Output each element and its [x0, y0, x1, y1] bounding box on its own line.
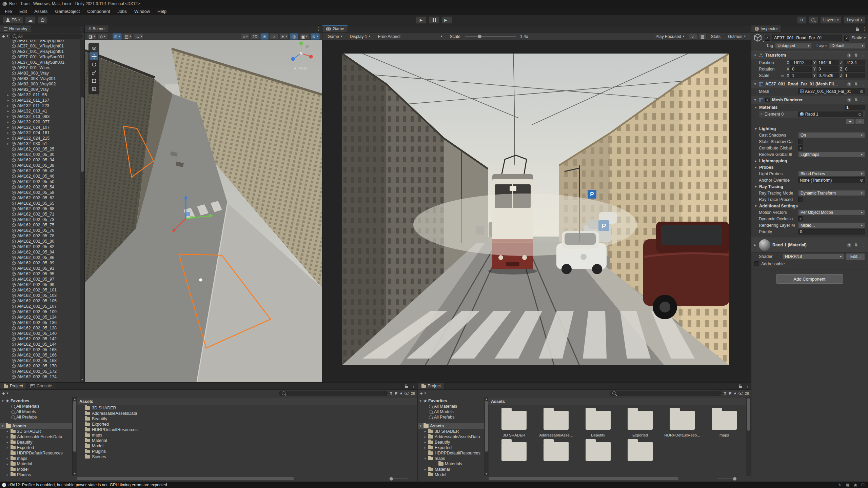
menu-gameobject[interactable]: GameObject	[51, 7, 83, 15]
project-search-input[interactable]	[610, 391, 722, 396]
tree-item[interactable]: ▸3D SHADER	[0, 429, 72, 434]
save-search-icon[interactable]: ★	[399, 391, 403, 395]
rotation-x-field[interactable]: 0	[790, 66, 812, 72]
tree-item[interactable]: ▸AddressableAssetsData	[0, 434, 72, 440]
expand-caret[interactable]: ▸	[6, 120, 10, 124]
hierarchy-item[interactable]: AE37_001_VRayLight01	[0, 43, 80, 49]
scrollbar-thumb[interactable]	[747, 398, 750, 431]
expand-caret[interactable]: ▸	[6, 93, 10, 97]
mesh-renderer-enabled-checkbox[interactable]: ✓	[765, 98, 770, 102]
play-button[interactable]: ▶	[416, 16, 427, 24]
addressable-checkbox[interactable]	[754, 261, 759, 266]
tree-item[interactable]: ▾Assets	[418, 423, 484, 429]
hierarchy-item[interactable]: AM162_002_05_80	[0, 239, 80, 244]
contribute-gi-checkbox[interactable]: ✓	[798, 145, 803, 150]
folder-list-item[interactable]: maps	[77, 432, 417, 438]
folder-tile[interactable]: AddressableAsse...	[535, 406, 577, 437]
project-lock-button[interactable]	[737, 383, 744, 389]
activity-icon[interactable]: ↻	[838, 483, 842, 487]
help-icon[interactable]: ?	[847, 82, 851, 86]
hierarchy-item[interactable]: AM83_008_Vray002	[0, 81, 80, 87]
folder-list-item[interactable]: HDRPDefaultResources	[77, 427, 417, 432]
scale-z-field[interactable]: 1	[844, 73, 865, 78]
icon-size-knob[interactable]	[733, 477, 736, 481]
scroll-down-arrow[interactable]: ▼	[80, 378, 84, 381]
menu-help[interactable]: Help	[154, 7, 170, 15]
hscroll-thumb[interactable]	[77, 477, 294, 480]
menu-assets[interactable]: Assets	[31, 7, 51, 15]
kebab-menu-icon[interactable]: ⋮	[861, 98, 866, 102]
inspector-lock-button[interactable]	[854, 25, 861, 32]
search-button[interactable]	[809, 16, 818, 24]
hierarchy-item[interactable]: AM162_002_05_73	[0, 217, 80, 222]
folder-tile[interactable]	[535, 437, 577, 461]
cast-shadows-dropdown[interactable]: On	[798, 132, 865, 138]
hierarchy-item[interactable]: AM162_002_05_50	[0, 179, 80, 184]
hierarchy-item[interactable]: AM162_002_05_91	[0, 266, 80, 271]
folder-list-item[interactable]: 3D SHADER	[77, 405, 417, 411]
hierarchy-item[interactable]: AM162_002_05_71	[0, 211, 80, 217]
expand-caret[interactable]: ▸	[6, 462, 9, 466]
hierarchy-item[interactable]: ▸AM132_013_41	[0, 108, 80, 114]
play-focused-dropdown[interactable]: Play Focused▾	[652, 33, 687, 40]
account-button[interactable]: FS ▾	[3, 16, 23, 24]
material-header[interactable]: ▸ Raod 1 (Material) ? ⇅ ⋮	[751, 238, 868, 252]
create-dropdown[interactable]: ▾	[7, 35, 8, 38]
tree-item[interactable]: HDRPDefaultResources	[418, 450, 484, 456]
hierarchy-item[interactable]: AM162_002_05_62	[0, 195, 80, 201]
tree-item[interactable]: ▾★Favorites	[0, 398, 72, 404]
scrollbar-thumb[interactable]	[485, 401, 488, 452]
hscroll-thumb[interactable]	[489, 477, 678, 480]
hierarchy-item[interactable]: AM162_002_05_65	[0, 201, 80, 206]
hierarchy-item[interactable]: AM162_002_05_38	[0, 163, 80, 168]
create-asset-button[interactable]: +	[2, 391, 5, 396]
progress-icon[interactable]: ⊞	[861, 483, 865, 487]
scene-visibility-toggle[interactable]: ◎	[290, 33, 298, 40]
tree-scrollbar[interactable]: ▲ ▼	[484, 397, 489, 476]
project-menu-button[interactable]: ⋮	[410, 383, 417, 389]
hierarchy-item[interactable]: AM162_002_05_78	[0, 233, 80, 239]
hierarchy-item[interactable]: AM162_002_05_84	[0, 249, 80, 255]
tree-item[interactable]: ▸Exported	[418, 445, 484, 450]
object-picker-icon[interactable]: ⊙	[858, 112, 862, 117]
folder-list-item[interactable]: Material	[77, 438, 417, 443]
position-y-field[interactable]: 1842.6	[817, 60, 838, 65]
hierarchy-item[interactable]: AM162_002_05_30	[0, 152, 80, 157]
hierarchy-scrollbar[interactable]: ▼	[80, 40, 84, 382]
create-asset-button[interactable]: +	[420, 391, 423, 396]
position-z-field[interactable]: -413.4	[844, 60, 865, 65]
hierarchy-item[interactable]: AM83_008_Vray001	[0, 76, 80, 81]
material-preview-foldout[interactable]: ▸	[753, 243, 757, 247]
hierarchy-item[interactable]: AM162_002_05_109	[0, 309, 80, 314]
add-material-button[interactable]: +	[846, 119, 855, 125]
hierarchy-item[interactable]: AM162_002_05_76	[0, 228, 80, 233]
expand-caret[interactable]: ▸	[6, 109, 10, 113]
tree-item[interactable]: Model	[0, 467, 72, 472]
layers-dropdown[interactable]: Layers ▾	[820, 16, 842, 24]
draw-mode-button[interactable]: ◨▾	[87, 33, 97, 40]
assets-breadcrumb[interactable]: Assets	[488, 398, 746, 405]
light-probes-dropdown[interactable]: Blend Probes	[798, 171, 865, 177]
hierarchy-item[interactable]: AM162_002_05_54	[0, 184, 80, 190]
remove-material-button[interactable]: −	[855, 119, 864, 125]
tab-hierarchy[interactable]: Hierarchy	[0, 25, 31, 32]
filter-by-label-icon[interactable]	[395, 392, 398, 395]
gameobject-name-field[interactable]: AE37_001_Road_Far_01	[772, 35, 842, 41]
rendering-layer-mask-dropdown[interactable]: Mixed...	[798, 222, 865, 228]
hierarchy-item[interactable]: AE37_001_VRayLight01	[0, 49, 80, 54]
hierarchy-item[interactable]: ▸AM132_020_077	[0, 119, 80, 125]
tree-item[interactable]: All Materials	[0, 404, 72, 409]
mesh-renderer-header[interactable]: ▾ ✓ Mesh Renderer ? ⇅ ⋮	[751, 96, 868, 104]
status-message[interactable]: d3d12: Profiler is enabled, but stable p…	[8, 483, 168, 487]
folder-tile[interactable]	[493, 437, 535, 461]
expand-caret[interactable]: ▸	[423, 468, 427, 471]
mute-audio-button[interactable]: ♪	[689, 33, 697, 40]
motion-vectors-dropdown[interactable]: Per Object Motion	[798, 209, 865, 215]
folder-list-item[interactable]: Beautify	[77, 416, 417, 422]
ray-tracing-foldout[interactable]: ▾Ray Tracing	[751, 183, 868, 190]
hierarchy-search-input[interactable]: All	[10, 34, 83, 39]
tab-project-2[interactable]: Project	[418, 383, 445, 389]
expand-caret[interactable]: ▸	[6, 115, 10, 118]
folder-list-item[interactable]: Scenes	[77, 454, 417, 460]
tree-item[interactable]: All Models	[418, 409, 484, 414]
